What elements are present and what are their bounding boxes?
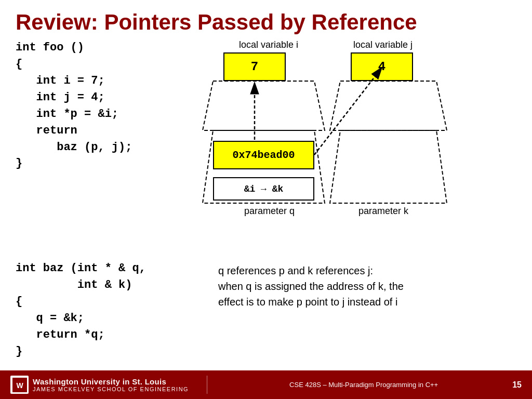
desc-line-2: when q is assigned the address of k, the <box>218 278 516 294</box>
bottom-section: int baz (int * & q, int & k) { q = &k; r… <box>16 260 516 360</box>
code-line-6: return <box>16 123 208 139</box>
code-line-5: int *p = &i; <box>16 106 208 123</box>
code-line-8: } <box>16 155 208 172</box>
slide: Review: Pointers Passed by Reference int… <box>0 0 532 399</box>
svg-marker-3 <box>330 130 447 203</box>
main-content: int foo () { int i = 7; int j = 4; int *… <box>16 39 516 258</box>
footer-course: CSE 428S – Multi-Paradigm Programming in… <box>215 381 512 389</box>
desc-line-1: q references p and k references j: <box>218 263 516 278</box>
code-baz-2: int & k) <box>16 277 208 294</box>
label-param-k: parameter k <box>358 206 408 217</box>
svg-marker-2 <box>330 81 447 130</box>
left-code: int foo () { int i = 7; int j = 4; int *… <box>16 39 208 258</box>
code-line-3: int i = 7; <box>16 73 208 89</box>
svg-marker-0 <box>203 81 325 130</box>
code-line-7: baz (p, j); <box>16 139 208 156</box>
university-logo: W <box>10 376 29 394</box>
code-line-4: int j = 4; <box>16 89 208 106</box>
right-diagram: local variable i local variable j 7 4 <box>208 39 516 258</box>
code-baz-6: } <box>16 343 208 360</box>
footer-page-number: 15 <box>512 380 522 390</box>
slide-title: Review: Pointers Passed by Reference <box>16 10 516 34</box>
desc-line-3: effect is to make p point to j instead o… <box>218 294 516 310</box>
bottom-left-code: int baz (int * & q, int & k) { q = &k; r… <box>16 260 208 360</box>
code-bottom: int baz (int * & q, int & k) { q = &k; r… <box>16 260 208 360</box>
footer-logo-wrapper: W Washington University in St. Louis Jam… <box>10 376 199 394</box>
code-line-1: int foo () <box>16 39 208 56</box>
code-baz-4: q = &k; <box>16 310 208 327</box>
footer-university-name: Washington University in St. Louis James… <box>33 377 189 392</box>
footer-divider <box>207 376 207 394</box>
box-arrow-label: &i → &k <box>213 177 314 201</box>
code-baz-3: { <box>16 294 208 310</box>
svg-text:W: W <box>16 381 23 390</box>
footer: W Washington University in St. Louis Jam… <box>0 370 532 399</box>
code-baz-1: int baz (int * & q, <box>16 260 208 277</box>
bottom-description: q references p and k references j: when … <box>218 260 516 360</box>
code-top: int foo () { int i = 7; int j = 4; int *… <box>16 39 208 172</box>
label-param-q: parameter q <box>244 206 295 217</box>
code-baz-5: return *q; <box>16 327 208 343</box>
box-address: 0x74bead00 <box>213 141 314 169</box>
code-line-2: { <box>16 56 208 73</box>
